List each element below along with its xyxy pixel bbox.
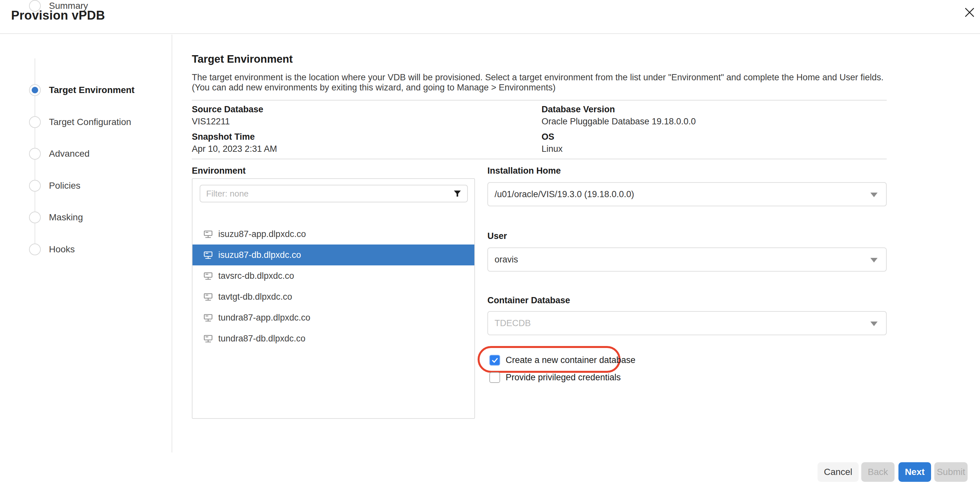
- user-label: User: [487, 231, 507, 241]
- environment-list-item[interactable]: tavsrc-db.dlpxdc.co: [192, 265, 474, 286]
- info-label: Source Database: [192, 104, 263, 115]
- step-policies[interactable]: Policies: [29, 180, 80, 192]
- environment-name: tundra87-app.dlpxdc.co: [218, 313, 310, 323]
- step-advanced[interactable]: Advanced: [29, 148, 90, 159]
- chevron-down-icon: [870, 258, 878, 263]
- environment-filter: [200, 185, 468, 202]
- user-value: oravis: [495, 255, 518, 265]
- submit-button[interactable]: Submit: [934, 462, 967, 482]
- divider: [192, 100, 887, 100]
- host-icon: [203, 334, 213, 343]
- info-label: OS: [541, 132, 563, 142]
- container-database-value: TDECDB: [495, 318, 531, 328]
- step-label: Hooks: [49, 244, 75, 255]
- info-label: Snapshot Time: [192, 132, 277, 142]
- step-dot: [29, 148, 41, 159]
- step-summary[interactable]: Summary: [29, 0, 88, 12]
- installation-home-value: /u01/oracle/VIS/19.3.0 (19.18.0.0.0): [495, 190, 634, 199]
- info-snapshot-time: Snapshot Time Apr 10, 2023 2:31 AM: [192, 132, 277, 154]
- step-dot-active: [29, 84, 41, 96]
- step-target-environment[interactable]: Target Environment: [29, 84, 134, 96]
- info-source-database: Source Database VIS12211: [192, 104, 263, 127]
- step-label: Summary: [49, 1, 88, 11]
- step-dot: [29, 212, 41, 223]
- chevron-down-icon: [870, 193, 878, 197]
- step-hooks[interactable]: Hooks: [29, 244, 75, 255]
- environment-list-item[interactable]: tavtgt-db.dlpxdc.co: [192, 286, 474, 307]
- step-dot: [29, 0, 41, 12]
- step-masking[interactable]: Masking: [29, 212, 83, 223]
- info-database-version: Database Version Oracle Pluggable Databa…: [541, 104, 696, 127]
- environment-label: Environment: [192, 166, 246, 176]
- next-button[interactable]: Next: [899, 462, 931, 482]
- checkbox-label: Provide privileged credentials: [506, 373, 621, 382]
- environment-list-item-selected[interactable]: isuzu87-db.dlpxdc.co: [192, 244, 474, 265]
- environment-panel: isuzu87-app.dlpxdc.co isuzu87-db.dlpxdc.…: [192, 178, 475, 419]
- environment-list-item[interactable]: tundra87-db.dlpxdc.co: [192, 328, 474, 349]
- checkbox-checked[interactable]: [489, 355, 500, 366]
- host-icon: [203, 292, 213, 302]
- close-button[interactable]: [961, 3, 979, 22]
- back-button[interactable]: Back: [861, 462, 894, 482]
- info-value: Linux: [541, 144, 563, 154]
- host-icon: [203, 271, 213, 281]
- environment-name: isuzu87-app.dlpxdc.co: [218, 229, 306, 239]
- step-dot: [29, 180, 41, 192]
- environment-filter-input[interactable]: [200, 185, 468, 202]
- step-dot: [29, 244, 41, 255]
- provision-vpdb-dialog: Provision vPDB Target Environment Target…: [0, 0, 980, 489]
- create-new-container-checkbox-row[interactable]: Create a new container database: [489, 355, 635, 366]
- dialog-header: Provision vPDB: [0, 0, 980, 34]
- container-database-select[interactable]: TDECDB: [487, 311, 887, 335]
- check-icon: [491, 357, 498, 364]
- step-label: Target Environment: [49, 85, 134, 95]
- step-target-configuration[interactable]: Target Configuration: [29, 116, 131, 128]
- info-value: Oracle Pluggable Database 19.18.0.0.0: [541, 116, 696, 127]
- step-label: Target Configuration: [49, 117, 131, 127]
- checkbox-label: Create a new container database: [506, 355, 635, 365]
- environment-name: tundra87-db.dlpxdc.co: [218, 334, 305, 344]
- environment-list-item[interactable]: tundra87-app.dlpxdc.co: [192, 307, 474, 328]
- environment-list-item[interactable]: isuzu87-app.dlpxdc.co: [192, 224, 474, 244]
- section-description: The target environment is the location w…: [192, 72, 888, 93]
- environment-list: isuzu87-app.dlpxdc.co isuzu87-db.dlpxdc.…: [192, 224, 474, 349]
- host-icon: [203, 313, 213, 323]
- step-label: Masking: [49, 212, 83, 223]
- installation-home-label: Installation Home: [487, 166, 561, 176]
- container-database-label: Container Database: [487, 295, 570, 306]
- host-icon: [203, 229, 213, 239]
- step-label: Advanced: [49, 148, 90, 159]
- environment-name: isuzu87-db.dlpxdc.co: [218, 250, 301, 260]
- divider: [192, 159, 887, 159]
- environment-name: tavsrc-db.dlpxdc.co: [218, 271, 294, 281]
- step-label: Policies: [49, 180, 80, 191]
- checkbox-unchecked[interactable]: [489, 372, 500, 383]
- step-dot: [29, 116, 41, 128]
- close-icon: [963, 6, 976, 19]
- user-select[interactable]: oravis: [487, 247, 887, 272]
- info-label: Database Version: [541, 104, 696, 115]
- host-icon: [203, 250, 213, 260]
- environment-name: tavtgt-db.dlpxdc.co: [218, 292, 292, 302]
- filter-funnel-icon[interactable]: [453, 189, 462, 198]
- installation-home-select[interactable]: /u01/oracle/VIS/19.3.0 (19.18.0.0.0): [487, 182, 887, 206]
- info-value: VIS12211: [192, 116, 263, 127]
- chevron-down-icon: [870, 322, 878, 326]
- sidebar-divider: [172, 35, 172, 452]
- info-value: Apr 10, 2023 2:31 AM: [192, 144, 277, 154]
- cancel-button[interactable]: Cancel: [818, 462, 859, 482]
- section-heading: Target Environment: [192, 53, 293, 65]
- info-os: OS Linux: [541, 132, 563, 154]
- provide-privileged-credentials-checkbox-row[interactable]: Provide privileged credentials: [489, 372, 621, 383]
